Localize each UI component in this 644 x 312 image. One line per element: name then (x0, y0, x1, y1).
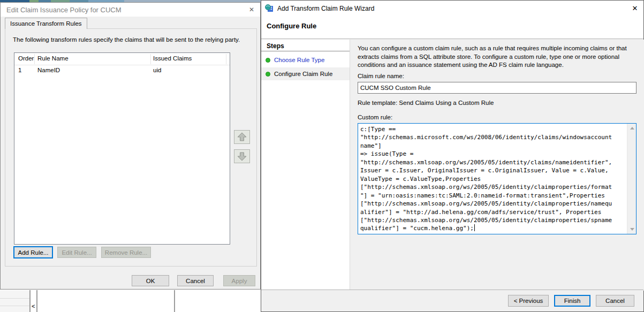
table-row[interactable]: 1 NameID uid (14, 66, 230, 75)
finish-button[interactable]: Finish (554, 295, 590, 307)
step-label: Configure Claim Rule (274, 71, 332, 77)
custom-rule-label: Custom rule: (358, 114, 392, 120)
claim-rule-name-input[interactable] (358, 82, 637, 94)
rule-description-text: You can configure a custom claim rule, s… (358, 44, 643, 70)
edit-rule-button[interactable]: Edit Rule... (57, 247, 96, 258)
background-panel (0, 290, 29, 312)
background-divider (36, 290, 37, 312)
background-divider (174, 290, 175, 312)
text-caret (474, 224, 475, 231)
add-transform-claim-rule-wizard: Add Transform Claim Rule Wizard ✕ Config… (261, 0, 644, 312)
move-rule-down-button[interactable] (234, 149, 250, 163)
steps-panel: Steps Choose Rule Type Configure Claim R… (261, 40, 350, 291)
column-divider (34, 54, 35, 64)
rule-name-cell: NameID (37, 67, 60, 73)
transform-rules-list[interactable]: Order Rule Name Issued Claims 1 NameID u… (14, 52, 230, 245)
issued-claims-cell: uid (153, 67, 161, 73)
list-header-row: Order Rule Name Issued Claims (14, 53, 230, 65)
column-divider (150, 54, 151, 64)
close-button[interactable]: ✕ (243, 3, 260, 17)
step-configure-claim-rule[interactable]: Configure Claim Rule (261, 67, 350, 80)
rules-instruction-text: The following transform rules specify th… (13, 36, 248, 43)
step-complete-icon (266, 58, 270, 63)
steps-heading-row: Steps (261, 40, 350, 51)
ok-button[interactable]: OK (132, 275, 169, 286)
triangle-up-icon (630, 127, 634, 130)
background-divider (29, 290, 31, 312)
tab-issuance-transform-rules[interactable]: Issuance Transform Rules (5, 18, 87, 29)
add-rule-button[interactable]: Add Rule... (13, 246, 53, 258)
steps-heading: Steps (267, 42, 284, 50)
triangle-down-icon (630, 228, 634, 231)
wizard-app-icon (265, 4, 274, 12)
wizard-content: You can configure a custom claim rule, s… (351, 40, 644, 291)
wizard-cancel-button[interactable]: Cancel (596, 295, 634, 307)
wizard-title: Add Transform Claim Rule Wizard (277, 5, 374, 12)
left-dialog-titlebar[interactable]: Edit Claim Issuance Policy for CUCM (1, 3, 260, 17)
collapse-chevron-icon: < (32, 303, 35, 309)
column-divider (226, 54, 226, 64)
custom-rule-text[interactable]: c:[Type == "http://schemas.microsoft.com… (360, 125, 625, 233)
scrollbar[interactable] (627, 124, 636, 234)
step-label[interactable]: Choose Rule Type (274, 57, 324, 63)
previous-button[interactable]: < Previous (508, 295, 549, 307)
wizard-footer: < Previous Finish Cancel (261, 290, 643, 311)
left-dialog-title: Edit Claim Issuance Policy for CUCM (6, 6, 122, 14)
column-header-order[interactable]: Order (18, 55, 34, 62)
custom-rule-textarea[interactable]: c:[Type == "http://schemas.microsoft.com… (358, 123, 637, 234)
page-title: Configure Rule (267, 22, 316, 30)
claim-rule-name-label: Claim rule name: (358, 73, 404, 79)
wizard-header: Add Transform Claim Rule Wizard ✕ Config… (261, 1, 643, 39)
close-icon: ✕ (632, 4, 638, 12)
background-divider (0, 306, 29, 306)
rule-template-text: Rule template: Send Claims Using a Custo… (358, 100, 494, 106)
cancel-button[interactable]: Cancel (177, 275, 214, 286)
move-rule-up-button[interactable] (234, 130, 250, 144)
scroll-down-button[interactable] (627, 225, 637, 234)
issuance-rules-tabpage: The following transform rules specify th… (5, 28, 257, 267)
edit-claim-issuance-policy-dialog: Edit Claim Issuance Policy for CUCM ✕ Is… (0, 2, 261, 290)
apply-button[interactable]: Apply (223, 275, 255, 286)
rule-order-cell: 1 (18, 67, 21, 73)
close-icon: ✕ (249, 6, 254, 13)
scroll-up-button[interactable] (627, 124, 637, 133)
tab-label: Issuance Transform Rules (10, 20, 82, 27)
arrow-up-icon (237, 132, 247, 142)
remove-rule-button[interactable]: Remove Rule... (101, 247, 151, 258)
column-header-rule-name[interactable]: Rule Name (37, 55, 69, 62)
column-header-issued-claims[interactable]: Issued Claims (153, 55, 192, 62)
wizard-close-button[interactable]: ✕ (626, 1, 643, 16)
background-divider (0, 298, 29, 299)
arrow-down-icon (237, 151, 247, 161)
step-complete-icon (266, 72, 270, 77)
step-choose-rule-type[interactable]: Choose Rule Type (261, 54, 350, 66)
